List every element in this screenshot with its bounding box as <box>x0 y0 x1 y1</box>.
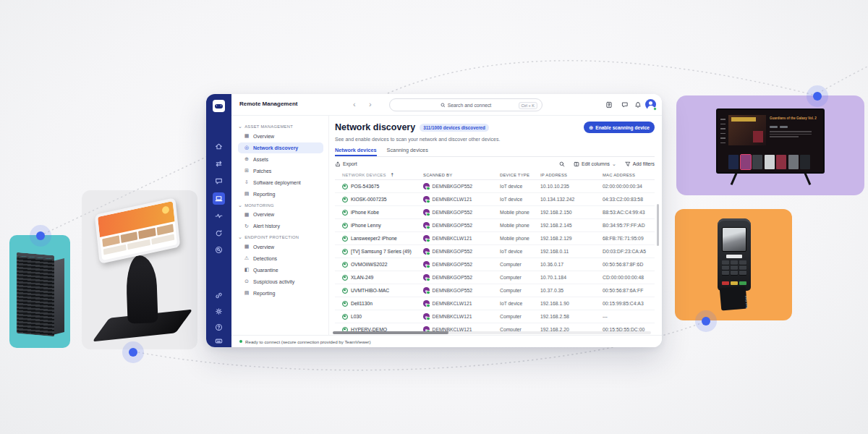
sidebar-item-software-deployment[interactable]: ⇩Software deployment <box>238 177 323 188</box>
sidebar-item-label: Patches <box>253 169 271 174</box>
scanner-agent-icon: e <box>423 300 430 307</box>
quarantine-icon: ◧ <box>244 267 250 273</box>
column-header-label: DEVICE TYPE <box>500 173 529 177</box>
horizontal-scrollbar-thumb[interactable] <box>333 331 448 334</box>
cell-mac-address: 00:50:56:87:6A:FF <box>600 288 655 293</box>
sort-ascending-icon[interactable]: ↑ <box>391 172 395 178</box>
sidebar-item-detections[interactable]: ⚠Detections <box>238 253 323 264</box>
tv-featured-art <box>728 115 766 145</box>
forward-arrow-icon[interactable]: › <box>369 99 372 109</box>
device-name-text: iPhone Kobe <box>351 210 379 215</box>
cell-mac-address: D0:03:DF:23:CA:A5 <box>600 249 655 254</box>
cell-ip-address: 10.134.132.242 <box>537 197 600 202</box>
nav-section-asset-management[interactable]: ⌄ASSET MANAGEMENT <box>238 124 323 129</box>
scanned-by-text: DEMNBKGOP552 <box>433 288 473 293</box>
sidebar-item-suspicious-activity[interactable]: ⊙Suspicious activity <box>238 276 323 287</box>
help-icon[interactable] <box>213 321 225 333</box>
line-to-tv <box>388 61 816 95</box>
network-device-icon <box>342 210 348 216</box>
nav-section-endpoint-protection[interactable]: ⌄ENDPOINT PROTECTION <box>238 235 323 239</box>
add-filters-button[interactable]: Add filters <box>625 161 655 167</box>
online-status-dot <box>653 107 657 111</box>
bank-card-image: Bank Card <box>720 286 748 310</box>
sidebar-item-assets[interactable]: ⊕Assets <box>238 154 323 165</box>
chat-icon[interactable] <box>213 175 225 187</box>
tab-bar: Network devices Scanning devices <box>335 147 655 157</box>
table-row[interactable]: Dell1130neDEMNBKCLW121IoT device192.168.… <box>335 297 655 310</box>
keyboard-icon[interactable] <box>213 335 225 347</box>
connections-icon[interactable] <box>213 158 225 170</box>
column-header-ip-address[interactable]: IP ADDRESS <box>537 173 600 177</box>
cell-device-type: Computer <box>497 288 537 293</box>
home-icon[interactable] <box>213 140 225 153</box>
remote-management-window: Remote Management ‹ › Search and connect… <box>206 94 662 347</box>
table-row[interactable]: iPhone KobeeDEMNBKGOP552Mobile phone192.… <box>335 206 655 219</box>
devices-icon[interactable] <box>213 192 225 205</box>
table-row[interactable]: iPhone LennyeDEMNBKGOP552Mobile phone192… <box>335 219 655 232</box>
cell-mac-address: 68:FB:7E:71:95:09 <box>600 236 655 241</box>
cell-scanned-by: eDEMNBKGOP552 <box>422 222 497 229</box>
column-header-scanned-by[interactable]: SCANNED BY <box>422 173 497 177</box>
sidebar-item-alert-history[interactable]: ↻Alert history <box>238 221 323 232</box>
table-search-icon[interactable] <box>559 161 565 167</box>
search-placeholder: Search and connect <box>448 103 491 108</box>
scanned-by-text: DEMNBKGOP552 <box>433 262 473 267</box>
user-avatar[interactable] <box>645 99 656 110</box>
tab-scanning-devices[interactable]: Scanning devices <box>387 147 428 156</box>
column-header-mac-address[interactable]: MAC ADDRESS <box>600 173 655 177</box>
back-arrow-icon[interactable]: ‹ <box>353 99 356 109</box>
tv-block: Guardians of the Galaxy Vol. 2 <box>676 95 864 195</box>
monitoring-icon[interactable] <box>213 210 225 222</box>
nav-section-monitoring[interactable]: ⌄MONITORING <box>238 203 323 208</box>
column-header-device-type[interactable]: DEVICE TYPE <box>497 173 537 177</box>
device-name-text: Dell1130n <box>351 301 373 306</box>
sidebar-item-overview[interactable]: ▦Overview <box>238 210 323 221</box>
updates-icon[interactable] <box>213 227 225 239</box>
chat-bubble-icon[interactable] <box>620 100 630 110</box>
horizontal-scrollbar[interactable] <box>333 331 651 334</box>
column-header-label: MAC ADDRESS <box>603 173 635 177</box>
sidebar-item-reporting[interactable]: ▤Reporting <box>238 288 323 299</box>
table-row[interactable]: L030eDEMNBKCLW121Computer192.168.2.58--- <box>335 310 655 323</box>
notifications-bell-icon[interactable] <box>633 100 643 110</box>
cell-device-name: XLAN-249 <box>335 275 422 281</box>
cell-device-type: IoT device <box>497 249 537 254</box>
table-body: POS-543675eDEMNBKGOP552IoT device10.10.1… <box>335 180 655 336</box>
table-row[interactable]: Lansweeper2 iPhoneeDEMNBKCLW121Mobile ph… <box>335 232 655 245</box>
table-row[interactable]: XLAN-249eDEMNBKGOP552Computer10.70.1.184… <box>335 271 655 284</box>
integrations-icon[interactable] <box>213 289 225 302</box>
reporting-icon: ▤ <box>244 191 250 197</box>
asset-search-icon[interactable] <box>213 244 225 256</box>
export-button[interactable]: Export <box>335 161 357 167</box>
cell-device-name: Dell1130n <box>335 301 422 307</box>
scanner-agent-icon: e <box>423 261 430 268</box>
table-row[interactable]: KIOSK-0007235eDEMNBKCLW121IoT device10.1… <box>335 193 655 206</box>
vertical-scrollbar[interactable] <box>657 204 659 246</box>
cell-ip-address: 192.168.1.90 <box>537 301 600 306</box>
sidebar-item-label: Overview <box>253 244 274 250</box>
sidebar-item-reporting[interactable]: ▤Reporting <box>238 189 323 200</box>
sidebar-item-quarantine[interactable]: ◧Quarantine <box>238 265 323 276</box>
edit-columns-button[interactable]: Edit columns ⌄ <box>574 161 616 167</box>
tab-network-devices[interactable]: Network devices <box>335 147 377 156</box>
sidebar-item-patches[interactable]: ⊞Patches <box>238 166 323 176</box>
cell-scanned-by: eDEMNBKGOP552 <box>422 287 497 294</box>
table-row[interactable]: POS-543675eDEMNBKGOP552IoT device10.10.1… <box>335 180 655 193</box>
sidebar-item-overview[interactable]: ▦Overview <box>238 131 323 142</box>
nav-section-label: ENDPOINT PROTECTION <box>244 235 299 239</box>
device-name-text: OVMOIIWS2022 <box>351 262 388 267</box>
enable-scanning-device-button[interactable]: ⊕ Enable scanning device <box>584 122 655 133</box>
cell-ip-address: 192.168.2.150 <box>537 210 600 215</box>
table-row[interactable]: OVMOIIWS2022eDEMNBKGOP552Computer10.36.0… <box>335 258 655 271</box>
sidebar-item-overview[interactable]: ▦Overview <box>238 242 323 252</box>
settings-gear-icon[interactable] <box>213 305 225 318</box>
column-header-network-devices[interactable]: NETWORK DEVICES↑ <box>335 172 422 178</box>
contacts-icon[interactable] <box>604 100 614 110</box>
search-input[interactable]: Search and connect Ctrl + K <box>389 98 542 111</box>
section-chevron-icon: ⌄ <box>238 204 242 207</box>
export-icon <box>335 161 341 167</box>
table-row[interactable]: [TV] Samsung 7 Series (49)eDEMNBKGOP552I… <box>335 245 655 258</box>
sidebar-item-network-discovery[interactable]: ◎Network discovery <box>238 142 323 153</box>
table-row[interactable]: UVMTHIBO-MACeDEMNBKGOP552Computer10.37.0… <box>335 284 655 297</box>
cell-mac-address: B0:34:95:7F:FF:AD <box>600 223 655 228</box>
